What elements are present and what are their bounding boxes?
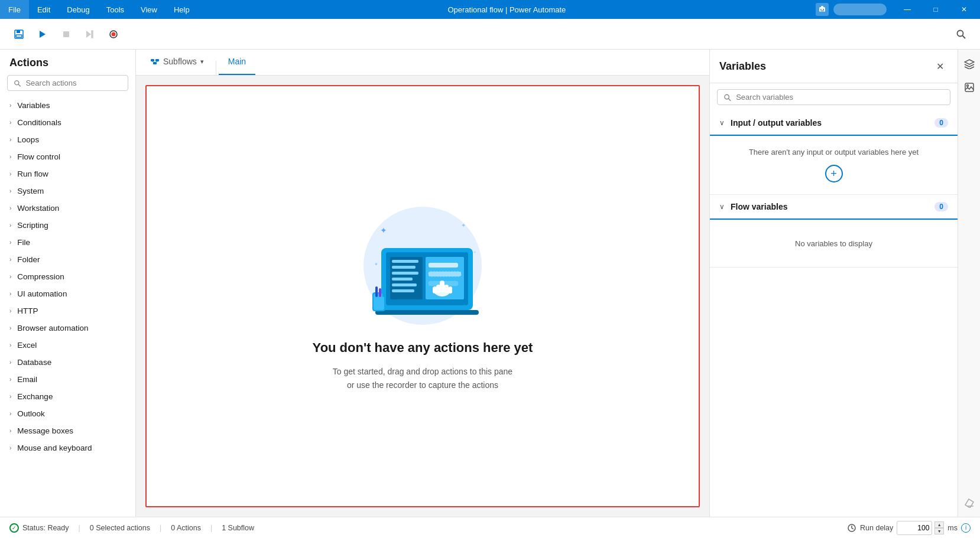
svg-rect-11 — [92, 31, 93, 38]
actions-count: 0 Actions — [171, 524, 201, 532]
svg-rect-53 — [382, 285, 385, 297]
action-item-browser-automation[interactable]: › Browser automation — [0, 319, 135, 337]
input-output-count-badge: 0 — [934, 118, 948, 128]
action-item-file[interactable]: › File — [0, 234, 135, 251]
svg-point-3 — [823, 9, 824, 10]
action-item-conditionals[interactable]: › Conditionals — [0, 114, 135, 131]
action-item-loops[interactable]: › Loops — [0, 131, 135, 148]
tab-subflows[interactable]: Subflows ▾ — [141, 50, 213, 75]
svg-marker-10 — [86, 31, 91, 38]
flow-variables-count-badge: 0 — [934, 202, 948, 211]
action-item-email[interactable]: › Email — [0, 371, 135, 388]
stop-button[interactable] — [57, 25, 76, 44]
search-actions-input[interactable] — [25, 79, 122, 87]
action-item-run-flow[interactable]: › Run flow — [0, 165, 135, 182]
menu-edit[interactable]: Edit — [29, 0, 59, 19]
action-item-flow-control[interactable]: › Flow control — [0, 148, 135, 165]
erase-button[interactable] — [960, 493, 979, 512]
input-output-variables-content: There aren't any input or output variabl… — [710, 136, 958, 194]
svg-point-2 — [820, 9, 822, 10]
actions-title: Actions — [0, 50, 135, 75]
flow-tabs: Subflows ▾ Main — [136, 50, 709, 76]
empty-state: ✦ ✦ ✦ ✦ ✦ — [313, 201, 533, 392]
subflows-dropdown-icon[interactable]: ▾ — [200, 58, 204, 66]
menu-view[interactable]: View — [132, 0, 166, 19]
svg-rect-32 — [392, 260, 418, 263]
chevron-right-icon: › — [9, 273, 11, 280]
chevron-right-icon: › — [9, 119, 11, 126]
add-variable-button[interactable]: + — [825, 165, 843, 182]
minimize-button[interactable]: — — [894, 0, 921, 19]
spinner-down-button[interactable]: ▼ — [934, 528, 944, 534]
next-step-button[interactable] — [80, 25, 99, 44]
variables-search-box[interactable] — [717, 89, 950, 105]
action-label: Run flow — [17, 169, 48, 178]
subflow-count: 1 Subflow — [222, 524, 254, 532]
action-item-outlook[interactable]: › Outlook — [0, 405, 135, 422]
layers-button[interactable] — [960, 54, 979, 73]
action-item-excel[interactable]: › Excel — [0, 337, 135, 354]
svg-rect-44 — [436, 285, 440, 293]
svg-rect-51 — [375, 286, 378, 297]
action-item-message-boxes[interactable]: › Message boxes — [0, 422, 135, 439]
image-button[interactable] — [960, 78, 979, 97]
maximize-button[interactable]: □ — [922, 0, 949, 19]
user-avatar[interactable] — [833, 4, 887, 15]
menu-tools[interactable]: Tools — [98, 0, 132, 19]
action-item-database[interactable]: › Database — [0, 354, 135, 371]
svg-rect-39 — [429, 263, 458, 268]
input-output-variables-header[interactable]: ∨ Input / output variables 0 — [710, 111, 958, 136]
canvas-search-button[interactable] — [952, 25, 971, 44]
flow-canvas-wrap: Subflows ▾ Main ✦ — [136, 50, 709, 517]
info-icon[interactable]: i — [961, 523, 971, 533]
actions-search-box[interactable] — [7, 75, 128, 91]
svg-rect-19 — [155, 59, 159, 61]
svg-rect-1 — [821, 6, 823, 7]
variables-close-button[interactable]: ✕ — [932, 58, 948, 74]
chevron-right-icon: › — [9, 428, 11, 434]
svg-text:✦: ✦ — [473, 250, 477, 255]
selected-actions-count: 0 Selected actions — [90, 524, 150, 532]
save-button[interactable] — [9, 25, 28, 44]
chevron-right-icon: › — [9, 171, 11, 177]
action-item-variables[interactable]: › Variables — [0, 97, 135, 114]
separator: | — [160, 524, 161, 532]
action-label: UI automation — [17, 289, 67, 298]
run-delay-spinner: ▲ ▼ — [934, 521, 944, 534]
svg-text:✦: ✦ — [380, 226, 387, 235]
flow-variables-header[interactable]: ∨ Flow variables 0 — [710, 195, 958, 220]
action-item-exchange[interactable]: › Exchange — [0, 388, 135, 405]
action-item-workstation[interactable]: › Workstation — [0, 200, 135, 217]
record-button[interactable] — [104, 25, 123, 44]
action-label: Outlook — [17, 409, 45, 418]
action-item-folder[interactable]: › Folder — [0, 251, 135, 268]
tab-main[interactable]: Main — [219, 50, 255, 75]
svg-rect-37 — [392, 289, 414, 292]
search-variables-input[interactable] — [736, 93, 944, 102]
run-delay-control: Run delay ▲ ▼ ms i — [847, 521, 971, 535]
close-button[interactable]: ✕ — [950, 0, 978, 19]
svg-rect-52 — [379, 288, 381, 297]
menu-help[interactable]: Help — [166, 0, 198, 19]
empty-state-title: You don't have any actions here yet — [313, 340, 533, 356]
action-item-ui-automation[interactable]: › UI automation — [0, 285, 135, 302]
action-item-mouse-keyboard[interactable]: › Mouse and keyboard — [0, 439, 135, 457]
action-item-scripting[interactable]: › Scripting — [0, 217, 135, 234]
menu-debug[interactable]: Debug — [59, 0, 98, 19]
run-button[interactable] — [33, 25, 52, 44]
titlebar: File Edit Debug Tools View Help Operatio… — [0, 0, 980, 19]
run-delay-input[interactable] — [897, 521, 932, 535]
action-item-http[interactable]: › HTTP — [0, 302, 135, 319]
svg-text:✦: ✦ — [461, 222, 466, 229]
svg-rect-57 — [965, 83, 973, 92]
action-item-compression[interactable]: › Compression — [0, 268, 135, 285]
action-label: Folder — [17, 255, 40, 264]
action-item-system[interactable]: › System — [0, 182, 135, 200]
chevron-down-icon: ∨ — [719, 119, 725, 127]
chevron-right-icon: › — [9, 308, 11, 314]
spinner-up-button[interactable]: ▲ — [934, 521, 944, 528]
separator: | — [210, 524, 212, 532]
action-label: Message boxes — [17, 426, 73, 435]
menu-file[interactable]: File — [0, 0, 29, 19]
svg-rect-33 — [392, 266, 416, 269]
